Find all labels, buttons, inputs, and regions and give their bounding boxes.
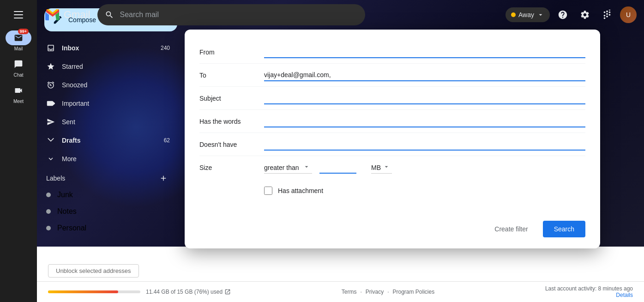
chat-icon [14, 60, 23, 69]
nav-item-drafts[interactable]: Drafts 62 [37, 131, 177, 150]
sent-icon [47, 118, 55, 126]
personal-dot [46, 226, 51, 230]
has-words-label: Has the words [199, 118, 264, 125]
star-icon [47, 62, 55, 71]
to-input[interactable] [264, 69, 585, 81]
sidebar-meet-label: Meet [13, 99, 24, 104]
inbox-icon [47, 44, 55, 52]
settings-button[interactable] [576, 6, 594, 24]
subject-input[interactable] [264, 92, 585, 104]
size-row: Size greater than less than MB KB GB [199, 156, 585, 179]
more-label: More [62, 155, 77, 163]
label-item-junk[interactable]: Junk [37, 187, 177, 203]
sidebar-item-meet[interactable]: Meet [0, 80, 37, 107]
sidebar-item-chat[interactable]: Chat [0, 54, 37, 80]
nav-item-important[interactable]: Important [37, 94, 177, 113]
doesnt-have-input[interactable] [264, 139, 585, 151]
filter-form: From To Subject Has the words Doesn't ha… [185, 30, 600, 213]
apps-icon [602, 10, 612, 20]
doesnt-have-row: Doesn't have [199, 133, 585, 156]
apps-button[interactable] [598, 6, 616, 24]
gmail-wordmark: Gmail [64, 9, 90, 21]
sent-label: Sent [62, 118, 75, 126]
terms-link[interactable]: Terms [342, 289, 357, 295]
label-item-personal[interactable]: Personal [37, 220, 177, 236]
create-filter-button[interactable]: Create filter [487, 222, 535, 236]
to-row: To [199, 64, 585, 87]
gmail-logo-icon [44, 6, 61, 23]
drafts-label: Drafts [62, 137, 80, 144]
sidebar-item-mail[interactable]: 99+ Mail [0, 28, 37, 54]
labels-title: Labels [46, 175, 65, 182]
snooze-icon [47, 81, 55, 89]
junk-dot [46, 193, 51, 197]
footer-links: Terms · Privacy · Program Policies [342, 289, 434, 295]
hamburger-menu-button[interactable] [9, 6, 28, 24]
search-input[interactable] [120, 11, 358, 19]
add-label-button[interactable] [157, 172, 170, 185]
sidebar-mail-label: Mail [14, 46, 23, 51]
label-item-notes[interactable]: Notes [37, 203, 177, 220]
has-attachment-row: Has attachment [199, 179, 585, 202]
policies-link[interactable]: Program Policies [393, 289, 435, 295]
from-row: From [199, 41, 585, 64]
search-button[interactable]: Search [543, 221, 585, 237]
subject-label: Subject [199, 95, 264, 102]
labels-header: Labels [37, 168, 177, 187]
topbar-right: Away U [506, 6, 637, 24]
gmail-logo: Gmail [44, 6, 90, 23]
doesnt-have-label: Doesn't have [199, 141, 264, 148]
important-label: Important [62, 100, 89, 107]
mail-icon [14, 33, 23, 42]
nav-item-inbox[interactable]: Inbox 240 [37, 39, 177, 57]
size-comparator-wrap: greater than less than [264, 162, 312, 174]
size-comparator-select[interactable]: greater than less than [264, 162, 312, 174]
nav-item-starred[interactable]: Starred [37, 57, 177, 76]
inbox-label: Inbox [62, 44, 79, 52]
junk-label: Junk [57, 191, 73, 199]
size-unit-select[interactable]: MB KB GB [371, 162, 392, 174]
sidebar: 99+ Mail Chat Meet [0, 0, 37, 302]
help-button[interactable] [554, 6, 572, 24]
dot-separator-1: · [360, 289, 361, 295]
notes-dot [46, 209, 51, 214]
search-icon [105, 10, 114, 19]
settings-icon [580, 10, 590, 20]
nav-item-sent[interactable]: Sent [37, 113, 177, 131]
personal-label: Personal [57, 224, 86, 232]
status-button[interactable]: Away [506, 7, 550, 22]
has-attachment-label: Has attachment [278, 187, 323, 194]
status-label: Away [518, 11, 534, 18]
size-value-input[interactable] [319, 162, 356, 174]
has-words-input[interactable] [264, 115, 585, 127]
drafts-icon [47, 136, 55, 145]
status-dot [511, 12, 516, 17]
has-attachment-checkbox[interactable] [264, 187, 272, 195]
notes-label: Notes [57, 207, 77, 216]
more-icon [47, 155, 55, 163]
size-unit-wrap: MB KB GB [364, 162, 392, 174]
nav-item-more[interactable]: More [37, 150, 177, 168]
nav-item-snoozed[interactable]: Snoozed [37, 76, 177, 94]
size-label: Size [199, 164, 264, 171]
topbar: Gmail Away U [37, 0, 644, 30]
subject-row: Subject [199, 87, 585, 110]
size-value-wrap [319, 162, 356, 174]
activity-area: Last account activity: 8 minutes ago Det… [545, 285, 633, 298]
from-label: From [199, 48, 264, 56]
from-input[interactable] [264, 46, 585, 58]
search-bar [97, 4, 365, 25]
to-label: To [199, 72, 264, 79]
details-link[interactable]: Details [616, 292, 633, 298]
left-nav: Compose Inbox 240 Starred Snoozed Import… [37, 0, 185, 302]
meet-icon [14, 86, 23, 95]
privacy-link[interactable]: Privacy [366, 289, 384, 295]
help-icon [558, 10, 568, 20]
important-icon [47, 99, 55, 108]
status-chevron-icon [537, 11, 544, 18]
sidebar-chat-label: Chat [13, 72, 23, 78]
external-link-icon[interactable] [224, 289, 231, 295]
drafts-count: 62 [164, 137, 170, 144]
user-avatar[interactable]: U [620, 6, 637, 23]
search-filter-dialog: From To Subject Has the words Doesn't ha… [185, 30, 600, 248]
